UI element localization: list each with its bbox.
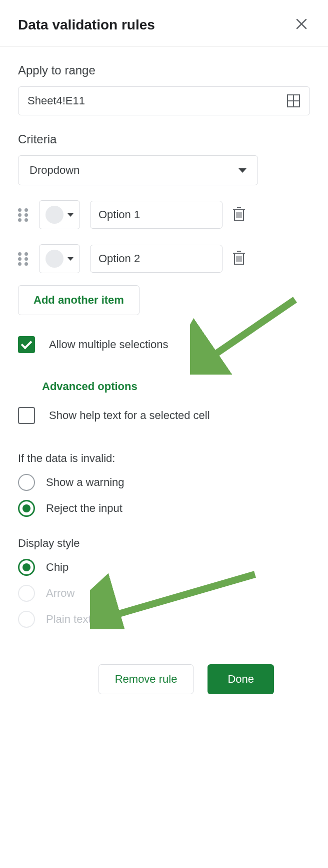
range-text-field[interactable] — [28, 94, 286, 107]
apply-to-range-input[interactable] — [18, 86, 310, 115]
panel-title: Data validation rules — [18, 17, 155, 33]
invalid-warning-option[interactable]: Show a warning — [18, 474, 310, 491]
help-text-row[interactable]: Show help text for a selected cell — [18, 407, 310, 424]
radio-button — [18, 611, 35, 628]
drag-handle-icon[interactable] — [18, 252, 29, 266]
drag-handle-icon[interactable] — [18, 208, 29, 222]
remove-rule-button[interactable]: Remove rule — [98, 664, 194, 694]
radio-button — [18, 585, 35, 602]
advanced-options-toggle[interactable]: Advanced options — [42, 380, 138, 393]
allow-multiple-row[interactable]: Allow multiple selections — [18, 336, 310, 353]
divider — [0, 46, 328, 46]
radio-label: Reject the input — [46, 502, 122, 515]
radio-label: Arrow — [46, 587, 74, 600]
chevron-down-icon — [68, 257, 74, 261]
option-value-input[interactable] — [90, 245, 222, 273]
radio-label: Chip — [46, 561, 68, 574]
help-text-label: Show help text for a selected cell — [49, 409, 210, 422]
color-swatch-icon — [46, 250, 64, 268]
criteria-selected: Dropdown — [30, 164, 80, 177]
range-picker-icon[interactable] — [286, 94, 300, 108]
criteria-dropdown[interactable]: Dropdown — [18, 155, 258, 185]
display-plain-option: Plain text — [18, 611, 310, 628]
apply-to-range-label: Apply to range — [18, 63, 310, 77]
panel-footer: Remove rule Done — [0, 648, 328, 716]
radio-label: Plain text — [46, 613, 92, 626]
criteria-label: Criteria — [18, 132, 310, 146]
dropdown-option-row — [18, 200, 310, 229]
delete-option-icon[interactable] — [232, 206, 246, 223]
done-button[interactable]: Done — [208, 664, 274, 694]
radio-label: Show a warning — [46, 476, 124, 489]
display-chip-option[interactable]: Chip — [18, 559, 310, 576]
invalid-reject-option[interactable]: Reject the input — [18, 500, 310, 517]
chevron-down-icon — [238, 168, 246, 173]
display-arrow-option: Arrow — [18, 585, 310, 602]
option-color-picker[interactable] — [39, 200, 80, 229]
radio-button[interactable] — [18, 559, 35, 576]
close-icon[interactable] — [293, 15, 310, 35]
panel-header: Data validation rules — [0, 0, 328, 46]
allow-multiple-checkbox[interactable] — [18, 336, 35, 353]
option-color-picker[interactable] — [39, 244, 80, 273]
data-validation-panel: Data validation rules Apply to range Cri… — [0, 0, 328, 716]
option-value-input[interactable] — [90, 201, 222, 229]
radio-button[interactable] — [18, 500, 35, 517]
display-style-heading: Display style — [18, 537, 310, 550]
color-swatch-icon — [46, 206, 64, 224]
dropdown-option-row — [18, 244, 310, 273]
radio-button[interactable] — [18, 474, 35, 491]
add-another-item-button[interactable]: Add another item — [18, 285, 140, 315]
invalid-data-heading: If the data is invalid: — [18, 452, 310, 465]
chevron-down-icon — [68, 213, 74, 217]
delete-option-icon[interactable] — [232, 250, 246, 267]
help-text-checkbox[interactable] — [18, 407, 35, 424]
allow-multiple-label: Allow multiple selections — [49, 338, 168, 351]
